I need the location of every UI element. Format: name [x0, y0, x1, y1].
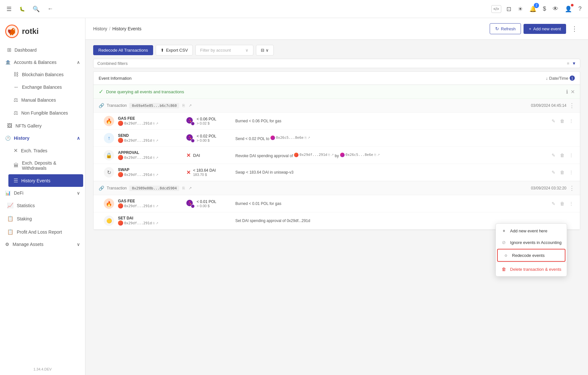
- addr-link-send-1[interactable]: ↗: [156, 139, 158, 142]
- event-info-gas2: GAS FEE 0x29df...291d ⎘ ↗: [118, 199, 158, 208]
- filter-options-button[interactable]: ⊟ ∨: [256, 45, 274, 56]
- edit-event-approval-1[interactable]: ✎: [550, 152, 557, 158]
- filter-account-dropdown[interactable]: Filter by account ∨: [195, 45, 253, 56]
- filter-funnel-icon[interactable]: ▼: [572, 61, 576, 66]
- more-event-approval-1[interactable]: ⋮: [568, 152, 575, 158]
- addr-avatar-set-dai: [118, 220, 123, 226]
- dest-copy[interactable]: ⎘: [305, 136, 307, 139]
- addr-copy-swap-1[interactable]: ⎘: [153, 173, 155, 177]
- toolbar: Redecode All Transactions ⬆ Export CSV F…: [93, 45, 580, 56]
- filter-account-placeholder: Filter by account: [200, 48, 231, 53]
- status-info-button[interactable]: ℹ: [566, 89, 568, 95]
- refresh-label: Refresh: [501, 26, 516, 31]
- edit-event-swap-1[interactable]: ✎: [550, 169, 557, 176]
- col-datetime-label: Date/Time: [549, 76, 568, 81]
- tx-more-button-1[interactable]: ⋮: [569, 102, 575, 109]
- addr-copy-approval-1[interactable]: ⎘: [153, 156, 155, 159]
- sidebar-item-blockchain-balances[interactable]: ⛓ Blockchain Balances: [8, 68, 83, 81]
- event-row-send-1: ↑ SEND 0x29df...291d ⎘ ↗: [93, 130, 580, 147]
- event-description-gas2: Burned < 0.01 POL for gas: [235, 201, 546, 206]
- sidebar-item-accounts-balances[interactable]: 🏦 Accounts & Balances ∧: [0, 56, 85, 68]
- tx-copy-button-2[interactable]: ⎘: [182, 185, 185, 191]
- back-icon[interactable]: ←: [46, 4, 54, 14]
- sidebar-item-dashboard[interactable]: ⊞ Dashboard: [2, 44, 83, 56]
- filter-icon-group: ≡ ▼: [567, 61, 576, 66]
- ctx-redecode[interactable]: ○ Redecode events: [497, 249, 565, 262]
- more-event-swap-1[interactable]: ⋮: [568, 169, 575, 176]
- sidebar-item-exch-deposits[interactable]: 🏛 Exch. Deposits & Withdrawals: [8, 157, 83, 174]
- addr-link-swap-1[interactable]: ↗: [156, 173, 158, 177]
- approval-addr1-wrap: 0x29df...291d ⎘ ↗: [294, 153, 334, 157]
- ctx-ignore-label: Ignore events in Accounting: [510, 240, 562, 245]
- addr-copy-set-dai[interactable]: ⎘: [153, 221, 155, 225]
- edit-event-gas2[interactable]: ✎: [550, 200, 557, 207]
- delete-event-swap-1[interactable]: 🗑: [559, 169, 566, 176]
- sidebar-item-staking[interactable]: 📋 Staking: [2, 212, 83, 225]
- addr-copy-send-1[interactable]: ⎘: [153, 139, 155, 142]
- layout-icon[interactable]: ⊡: [505, 4, 513, 14]
- status-close-button[interactable]: ✕: [571, 89, 575, 95]
- set-dai-icon: 🟡: [104, 216, 114, 226]
- sidebar-item-manage-assets[interactable]: ⚙ Manage Assets ∨: [0, 238, 85, 250]
- tx-copy-button-1[interactable]: ⎘: [182, 103, 185, 108]
- sidebar-item-profit-loss[interactable]: 📋 Profit And Loss Report: [2, 226, 83, 238]
- tx-datetime-2: 03/09/2024 03:32:20: [531, 186, 566, 190]
- dest-link[interactable]: ↗: [308, 136, 310, 139]
- approval-addr2-copy[interactable]: ⎘: [374, 153, 376, 157]
- sidebar-item-statistics[interactable]: 📈 Statistics: [2, 199, 83, 212]
- exch-deposits-label: Exch. Deposits & Withdrawals: [22, 160, 78, 171]
- addr-copy-1[interactable]: ⎘: [153, 122, 155, 125]
- sidebar-item-exchange-balances[interactable]: ↔ Exchange Balances: [8, 81, 83, 93]
- page-more-button[interactable]: ⋮: [569, 24, 580, 34]
- addr-copy-gas2[interactable]: ⎘: [153, 204, 155, 208]
- bug-icon[interactable]: 🐛: [18, 5, 26, 13]
- eye-icon[interactable]: 👁: [551, 4, 560, 14]
- ctx-ignore-accounting[interactable]: ⊘ Ignore events in Accounting: [496, 237, 567, 248]
- tx-external-link-1[interactable]: ↗: [188, 103, 192, 108]
- menu-icon[interactable]: ☰: [5, 4, 13, 14]
- combined-filters-input[interactable]: [97, 61, 564, 66]
- filter-lines-icon[interactable]: ≡: [567, 61, 570, 66]
- event-description-set-dai: Set DAI spending approval of 0x29df...29…: [235, 218, 575, 223]
- add-new-event-button[interactable]: + Add new event: [524, 24, 566, 34]
- ctx-delete[interactable]: 🗑 Delete transaction & events: [496, 263, 567, 275]
- sidebar-item-manual-balances[interactable]: ⚖ Manual Balances: [8, 94, 83, 106]
- help-icon[interactable]: ?: [577, 4, 583, 14]
- code-icon[interactable]: </>: [491, 5, 501, 13]
- delete-event-approval-1[interactable]: 🗑: [559, 152, 566, 158]
- more-event-gas2[interactable]: ⋮: [568, 200, 575, 207]
- redecode-all-button[interactable]: Redecode All Transactions: [93, 45, 153, 55]
- refresh-button[interactable]: ↻ Refresh: [490, 23, 521, 34]
- addr-link-set-dai[interactable]: ↗: [156, 221, 158, 225]
- theme-icon[interactable]: ☀: [516, 4, 524, 14]
- approval-addr1-link[interactable]: ↗: [331, 153, 334, 157]
- search-icon[interactable]: 🔍: [31, 4, 41, 14]
- col-datetime-sort[interactable]: ↓ Date/Time 1: [546, 76, 575, 81]
- addr-link-gas2[interactable]: ↗: [156, 204, 158, 208]
- svg-point-15: [189, 201, 190, 203]
- sidebar-item-exch-trades[interactable]: ✕ Exch. Trades: [8, 144, 83, 157]
- addr-link-approval-1[interactable]: ↗: [156, 156, 158, 159]
- sidebar-item-nfts-gallery[interactable]: 🖼 NFTs Gallery: [2, 120, 83, 132]
- ctx-add-event[interactable]: + Add new event here: [496, 225, 567, 237]
- sidebar-item-nonfungible-balances[interactable]: ⚖ Non Fungible Balances: [8, 106, 83, 119]
- user-badge: [571, 4, 573, 6]
- sidebar-item-history-events[interactable]: ☰ History Events: [8, 174, 83, 187]
- tx-more-button-2[interactable]: ⋮: [569, 185, 575, 192]
- tx-external-link-2[interactable]: ↗: [188, 185, 192, 191]
- delete-event-gas2[interactable]: 🗑: [559, 200, 566, 207]
- dollar-icon[interactable]: $: [542, 4, 547, 14]
- sidebar-item-defi[interactable]: 📊 DeFi ∨: [0, 187, 85, 199]
- more-event-1[interactable]: ⋮: [568, 118, 575, 124]
- approval-addr1-copy[interactable]: ⎘: [328, 153, 330, 157]
- export-csv-button[interactable]: ⬆ Export CSV: [156, 45, 193, 56]
- ctx-redecode-label: Redecode events: [512, 253, 544, 258]
- approval-addr2-link[interactable]: ↗: [377, 153, 380, 157]
- addr-link-1[interactable]: ↗: [156, 122, 158, 125]
- edit-event-1[interactable]: ✎: [550, 118, 557, 124]
- sidebar-item-history[interactable]: 🕐 History ∧: [0, 132, 85, 144]
- history-sub: ✕ Exch. Trades 🏛 Exch. Deposits & Withdr…: [0, 144, 85, 187]
- delete-event-1[interactable]: 🗑: [559, 118, 566, 124]
- status-message: Done querying all events and transaction…: [106, 89, 184, 94]
- add-icon: +: [529, 26, 531, 31]
